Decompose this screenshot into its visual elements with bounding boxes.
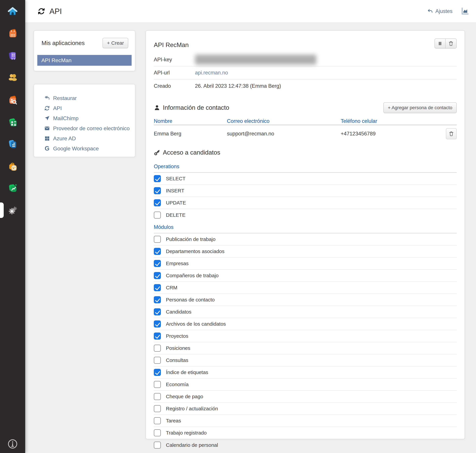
home-icon[interactable] (7, 6, 18, 17)
calendar-icon[interactable] (7, 28, 18, 39)
api-fields: API-key API-url api.recman.no Creado 26.… (154, 53, 457, 92)
nav-item-restaurar[interactable]: Restaurar (44, 93, 130, 103)
checkbox[interactable] (154, 369, 161, 376)
created-row: Creado 26. Abril 2023 12:47:38 (Emma Ber… (154, 79, 457, 92)
apps-panel-title: Mis aplicaciones (42, 40, 85, 46)
checkbox-label: Consultas (166, 357, 188, 363)
send-icon (44, 116, 50, 121)
permission-row: Posiciones (154, 342, 457, 354)
checkbox[interactable] (154, 417, 161, 424)
permission-row: CRM (154, 282, 457, 294)
chart-area-icon (461, 7, 469, 16)
create-app-button[interactable]: + Crear (103, 38, 128, 48)
company-building-icon[interactable] (7, 50, 18, 61)
contact-email: support@recman.no (227, 131, 341, 137)
contact-name: Emma Berg (154, 131, 227, 137)
modules-list: Publicación de trabajo Departamentos aso… (154, 234, 457, 451)
permission-row: SELECT (154, 173, 457, 185)
calculator-icon[interactable] (7, 117, 18, 128)
checkbox[interactable] (154, 333, 161, 340)
checkbox[interactable] (154, 357, 161, 364)
checkbox-label: SELECT (166, 176, 185, 182)
checkbox[interactable] (154, 308, 161, 315)
checkbox-label: Compañeros de trabajo (166, 273, 219, 278)
checkbox[interactable] (154, 175, 161, 182)
checkbox[interactable] (154, 296, 161, 303)
checkbox-label: Registro / actualización (166, 406, 218, 411)
column-telefono[interactable]: Teléfono celular (341, 118, 457, 124)
checkbox[interactable] (154, 212, 161, 219)
permission-row: Personas de contacto (154, 294, 457, 306)
nav-item-label: MailChimp (53, 115, 78, 121)
api-url-row: API-url api.recman.no (154, 66, 457, 79)
checkbox[interactable] (154, 272, 161, 279)
nav-item-api[interactable]: API (44, 103, 130, 113)
api-refresh-icon (38, 7, 45, 15)
checkbox-label: Publicación de trabajo (166, 236, 215, 242)
settings-gear-icon[interactable] (7, 205, 18, 216)
checkbox[interactable] (154, 236, 161, 243)
nav-item-azure-ad[interactable]: Azure AD (44, 134, 130, 143)
nav-item-mailchimp[interactable]: MailChimp (44, 113, 130, 123)
add-contact-person-button[interactable]: + Agregar persona de contacto (384, 102, 457, 113)
modules-group-label[interactable]: Módulos (154, 224, 457, 234)
document-icon[interactable] (7, 139, 18, 149)
nav-item-google-workspace[interactable]: G Google Workspace (44, 143, 130, 154)
delete-contact-button[interactable] (446, 128, 457, 139)
checkbox-label: Cheque de pago (166, 394, 203, 399)
chart-area-button[interactable] (461, 0, 469, 22)
app-sidebar (0, 0, 25, 453)
info-icon[interactable] (7, 439, 18, 449)
permission-row: Consultas (154, 354, 457, 367)
checkbox[interactable] (154, 284, 161, 291)
checkbox[interactable] (154, 248, 161, 255)
checkbox[interactable] (154, 260, 161, 267)
nav-item-label: Restaurar (53, 95, 77, 101)
restore-icon (44, 95, 50, 101)
checkbox[interactable] (154, 393, 161, 400)
analytics-chart-icon[interactable] (7, 183, 18, 194)
permission-row: INSERT (154, 185, 457, 197)
candidate-search-icon[interactable] (7, 95, 18, 106)
envelope-icon (44, 126, 50, 131)
pause-button[interactable] (434, 38, 446, 49)
worktime-bag-icon[interactable] (7, 161, 18, 172)
checkbox-label: DELETE (166, 212, 185, 218)
my-applications-panel: Mis aplicaciones + Crear API RecMan (34, 30, 135, 71)
checkbox[interactable] (154, 187, 161, 194)
contact-phone: +47123456789 (341, 131, 446, 137)
top-header: API Ajustes (25, 0, 476, 23)
app-list-item-selected[interactable]: API RecMan (37, 55, 132, 66)
permission-row: Índice de etiquetas (154, 367, 457, 379)
checkbox-label: CRM (166, 285, 177, 290)
permission-row: DELETE (154, 209, 457, 221)
operations-group-label[interactable]: Operations (154, 163, 457, 173)
settings-link-label: Ajustes (435, 8, 453, 14)
permission-row: Tareas (154, 415, 457, 427)
permission-row: Compañeros de trabajo (154, 270, 457, 282)
permission-row: Archivos de los candidatos (154, 318, 457, 330)
settings-back-link[interactable]: Ajustes (427, 0, 453, 22)
checkbox-label: Departamentos asociados (166, 248, 225, 254)
nav-item-email-provider[interactable]: Proveedor de correo electrónico (44, 123, 130, 134)
api-url-link[interactable]: api.recman.no (195, 70, 228, 76)
checkbox[interactable] (154, 381, 161, 388)
checkbox-label: Personas de contacto (166, 297, 215, 303)
permission-row: Candidatos (154, 306, 457, 318)
checkbox[interactable] (154, 429, 161, 436)
checkbox[interactable] (154, 199, 161, 206)
api-key-masked-value (195, 55, 316, 65)
checkbox[interactable] (154, 345, 161, 352)
created-value: 26. Abril 2023 12:47:38 (Emma Berg) (195, 83, 281, 89)
person-icon (154, 105, 160, 111)
delete-app-button[interactable] (446, 38, 457, 49)
checkbox[interactable] (154, 442, 161, 449)
people-icon[interactable] (7, 72, 18, 83)
permission-row: Departamentos asociados (154, 246, 457, 258)
checkbox[interactable] (154, 320, 161, 327)
column-nombre[interactable]: Nombre (154, 118, 227, 124)
checkbox-label: Calendario de personal (166, 442, 218, 448)
column-correo[interactable]: Correo electrónico (227, 118, 341, 124)
google-icon: G (44, 146, 50, 151)
checkbox[interactable] (154, 405, 161, 412)
